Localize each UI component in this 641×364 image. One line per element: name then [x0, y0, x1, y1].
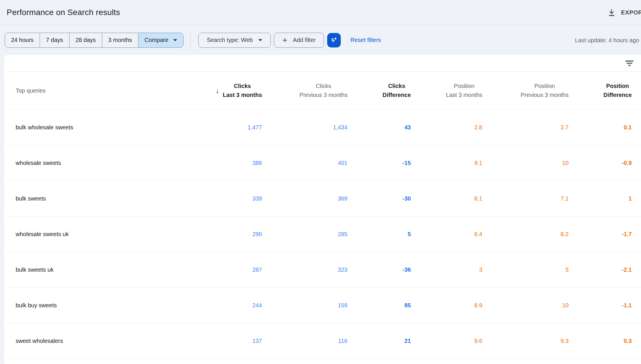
cell-pos-prev: 5 — [482, 266, 569, 273]
date-range-group: 24 hours7 days28 days3 months Compare — [5, 33, 184, 48]
table-toolbar — [4, 55, 641, 72]
cell-pos-last: 3 — [411, 266, 482, 273]
query-cell[interactable]: wholesale sweets uk — [16, 231, 175, 238]
cell-clicks-last: 244 — [175, 302, 262, 309]
column-header-metric: Clicks — [299, 82, 347, 91]
column-header-label: PositionPrevious 3 months — [521, 82, 569, 100]
table-row[interactable]: bulk wholesale sweets1,4771,434432.82.70… — [4, 110, 641, 145]
query-cell[interactable]: bulk sweets uk — [16, 266, 175, 273]
cell-clicks-last: 287 — [175, 266, 262, 273]
column-header-label: ClicksDifference — [382, 82, 411, 100]
cell-pos-last: 8.1 — [411, 195, 482, 202]
cell-clicks-prev: 116 — [262, 338, 347, 344]
vertical-divider — [190, 32, 191, 48]
cell-clicks-prev: 401 — [262, 160, 347, 166]
column-header-metric: Clicks — [382, 82, 411, 91]
cell-clicks-diff: -15 — [347, 160, 411, 166]
column-header-metric: Position — [603, 82, 632, 91]
cell-pos-diff: -2.1 — [569, 266, 632, 273]
date-range-3-months[interactable]: 3 months — [102, 33, 138, 47]
query-cell[interactable]: bulk wholesale sweets — [16, 124, 175, 131]
column-header-period: Difference — [603, 91, 632, 100]
column-header-metric: Clicks — [223, 82, 262, 91]
column-header-period: Previous 3 months — [299, 91, 347, 100]
search-type-label: Search type: Web — [207, 37, 253, 43]
export-button-label: EXPORT — [621, 9, 641, 16]
compare-button-label: Compare — [144, 37, 168, 43]
table-row[interactable]: bulk sweets uk287323-3635-2.1 — [4, 252, 641, 288]
column-header-clicks-previous-3-months[interactable]: ClicksPrevious 3 months — [262, 82, 347, 100]
chevron-down-icon — [173, 39, 177, 41]
cell-pos-prev: 7.1 — [482, 195, 569, 202]
reset-filters-link[interactable]: Reset filters — [350, 37, 381, 43]
page-title: Performance on Search results — [7, 8, 120, 17]
cell-pos-last: 2.8 — [411, 124, 482, 131]
title-bar: Performance on Search results EXPORT — [0, 0, 641, 25]
plus-icon — [282, 36, 287, 45]
cell-clicks-diff: 85 — [347, 302, 411, 309]
compare-button[interactable]: Compare — [138, 33, 183, 47]
column-header-metric: Position — [521, 82, 569, 91]
table-row[interactable]: wholesale sweets386401-159.110-0.9 — [4, 145, 641, 181]
column-header-period: Last 3 months — [446, 91, 482, 100]
cell-pos-prev: 10 — [482, 302, 569, 309]
table-row[interactable]: bulk buy sweets244159858.910-1.1 — [4, 288, 641, 323]
cell-pos-diff: -0.9 — [569, 160, 632, 166]
table-row[interactable]: sweet wholesalers137116219.69.30.3 — [4, 323, 641, 359]
last-update-text: Last update: 4 hours ago — [575, 37, 639, 43]
cell-clicks-prev: 285 — [262, 231, 347, 238]
column-header-clicks-difference[interactable]: ClicksDifference — [347, 82, 411, 100]
column-header-period: Last 3 months — [223, 91, 262, 100]
query-cell[interactable]: wholesale sweets — [16, 160, 175, 166]
cell-clicks-last: 290 — [175, 231, 262, 238]
queries-table-card: Top queries ClicksLast 3 monthsClicksPre… — [4, 55, 641, 364]
cell-pos-last: 6.4 — [411, 231, 482, 238]
cell-pos-prev: 10 — [482, 160, 569, 166]
cell-clicks-diff: -30 — [347, 195, 411, 202]
search-type-dropdown[interactable]: Search type: Web — [198, 33, 271, 48]
add-filter-button[interactable]: Add filter — [274, 33, 324, 48]
filter-sparkle-button[interactable] — [327, 33, 341, 47]
cell-pos-last: 9.1 — [411, 160, 482, 166]
cell-pos-prev: 9.3 — [482, 338, 569, 344]
column-header-clicks-last-3-months[interactable]: ClicksLast 3 months — [175, 82, 262, 100]
column-header-label: ClicksLast 3 months — [223, 82, 262, 100]
column-header-label: PositionDifference — [603, 82, 632, 100]
cell-pos-diff: 0.3 — [569, 338, 632, 344]
cell-clicks-last: 386 — [175, 160, 262, 166]
date-range-24-hours[interactable]: 24 hours — [5, 33, 40, 47]
cell-pos-diff: 0.1 — [569, 124, 632, 131]
cell-pos-diff: -1.7 — [569, 231, 632, 238]
cell-clicks-last: 339 — [175, 195, 262, 202]
query-cell[interactable]: bulk buy sweets — [16, 302, 175, 309]
date-range-7-days[interactable]: 7 days — [40, 33, 69, 47]
column-header-position-previous-3-months[interactable]: PositionPrevious 3 months — [482, 82, 569, 100]
add-filter-label: Add filter — [293, 37, 316, 43]
table-header-row: Top queries ClicksLast 3 monthsClicksPre… — [4, 72, 641, 110]
cell-clicks-last: 1,477 — [175, 124, 262, 131]
cell-clicks-diff: 21 — [347, 338, 411, 344]
cell-clicks-prev: 1,434 — [262, 124, 347, 131]
filter-sparkle-icon — [330, 36, 338, 44]
filter-bar: 24 hours7 days28 days3 months Compare Se… — [0, 25, 641, 55]
chevron-down-icon — [258, 39, 262, 41]
cell-clicks-diff: -36 — [347, 266, 411, 273]
column-header-top-queries[interactable]: Top queries — [16, 87, 175, 94]
column-header-period: Previous 3 months — [521, 91, 569, 100]
cell-clicks-prev: 369 — [262, 195, 347, 202]
cell-clicks-prev: 323 — [262, 266, 347, 273]
column-header-position-last-3-months[interactable]: PositionLast 3 months — [411, 82, 482, 100]
cell-pos-last: 9.6 — [411, 338, 482, 344]
table-row[interactable]: bulk sweets339369-308.17.11 — [4, 181, 641, 216]
export-button[interactable]: EXPORT — [607, 0, 641, 25]
query-cell[interactable]: bulk sweets — [16, 195, 175, 202]
query-cell[interactable]: sweet wholesalers — [16, 338, 175, 344]
date-range-28-days[interactable]: 28 days — [69, 33, 102, 47]
cell-pos-diff: -1.1 — [569, 302, 632, 309]
column-header-metric: Position — [446, 82, 482, 91]
download-icon — [607, 8, 616, 17]
table-row[interactable]: wholesale sweets uk29028556.48.2-1.7 — [4, 216, 641, 252]
filter-list-icon[interactable] — [625, 60, 634, 67]
column-header-label: ClicksPrevious 3 months — [299, 82, 347, 100]
column-header-position-difference[interactable]: PositionDifference — [569, 82, 632, 100]
